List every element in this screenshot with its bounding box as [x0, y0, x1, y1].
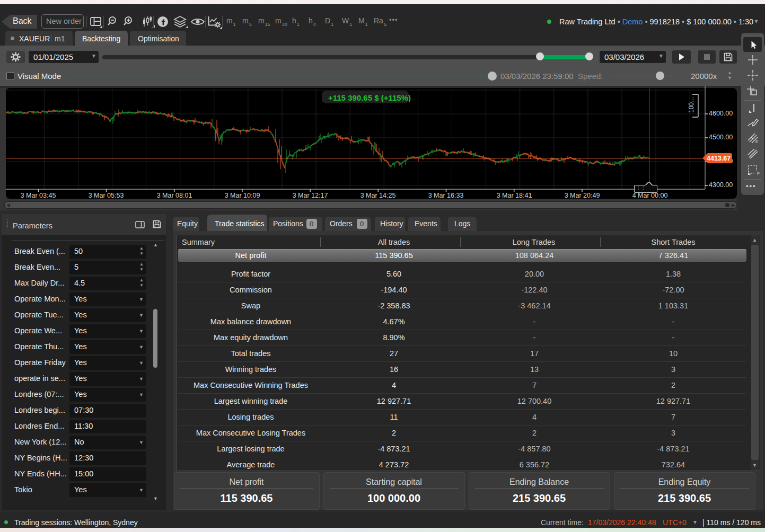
svg-text:E: E [755, 139, 758, 144]
svg-text:100...: 100... [688, 97, 695, 113]
svg-text:F: F [757, 171, 760, 176]
